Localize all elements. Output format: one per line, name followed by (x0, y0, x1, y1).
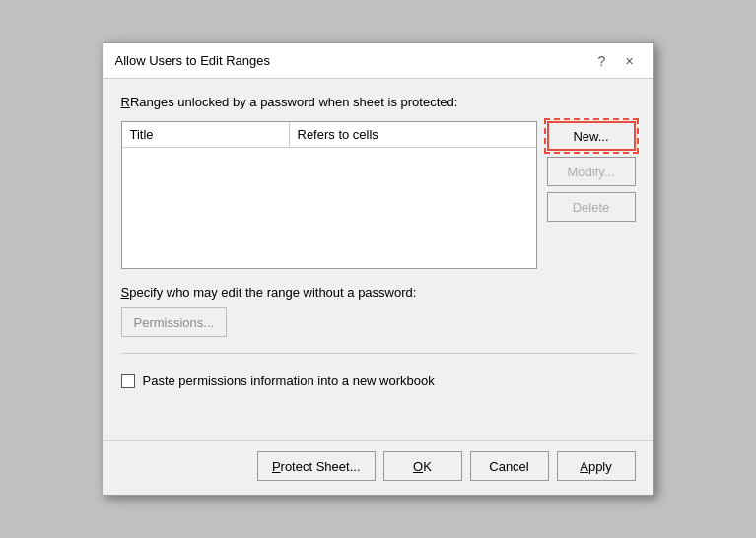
dialog-title: Allow Users to Edit Ranges (115, 53, 271, 68)
ranges-table-header: Title Refers to cells (122, 122, 536, 148)
delete-button[interactable]: Delete (547, 192, 636, 222)
title-bar-left: Allow Users to Edit Ranges (115, 53, 271, 68)
cancel-button[interactable]: Cancel (470, 451, 549, 481)
ranges-label-text: RRanges unlocked by a password when shee… (121, 95, 458, 109)
divider (121, 353, 636, 354)
ranges-table-body[interactable] (122, 148, 536, 256)
ranges-label: RRanges unlocked by a password when shee… (121, 95, 636, 109)
ok-button[interactable]: OK (383, 451, 462, 481)
col-refers: Refers to cells (290, 122, 386, 147)
specify-label: Specify who may edit the range without a… (121, 285, 636, 300)
apply-button[interactable]: Apply (557, 451, 636, 481)
title-bar: Allow Users to Edit Ranges ? × (103, 43, 653, 79)
dialog-footer: Protect Sheet... OK Cancel Apply (103, 440, 653, 495)
close-button[interactable]: × (618, 49, 642, 73)
specify-section: Specify who may edit the range without a… (121, 285, 636, 337)
help-button[interactable]: ? (590, 49, 614, 73)
modify-button[interactable]: Modify... (547, 157, 636, 186)
ranges-buttons: New... Modify... Delete (547, 121, 636, 269)
col-title: Title (122, 122, 290, 147)
ranges-section: Title Refers to cells New... Modify... D… (121, 121, 636, 269)
ranges-table: Title Refers to cells (121, 121, 537, 269)
permissions-button[interactable]: Permissions... (121, 307, 228, 337)
title-bar-actions: ? × (590, 49, 642, 73)
paste-section: Paste permissions information into a new… (121, 373, 636, 388)
dialog-content: RRanges unlocked by a password when shee… (103, 79, 653, 440)
allow-users-dialog: Allow Users to Edit Ranges ? × RRanges u… (103, 42, 654, 496)
paste-checkbox[interactable] (121, 374, 135, 388)
new-button[interactable]: New... (547, 121, 636, 151)
protect-sheet-button[interactable]: Protect Sheet... (257, 451, 376, 481)
paste-label: Paste permissions information into a new… (143, 373, 435, 388)
